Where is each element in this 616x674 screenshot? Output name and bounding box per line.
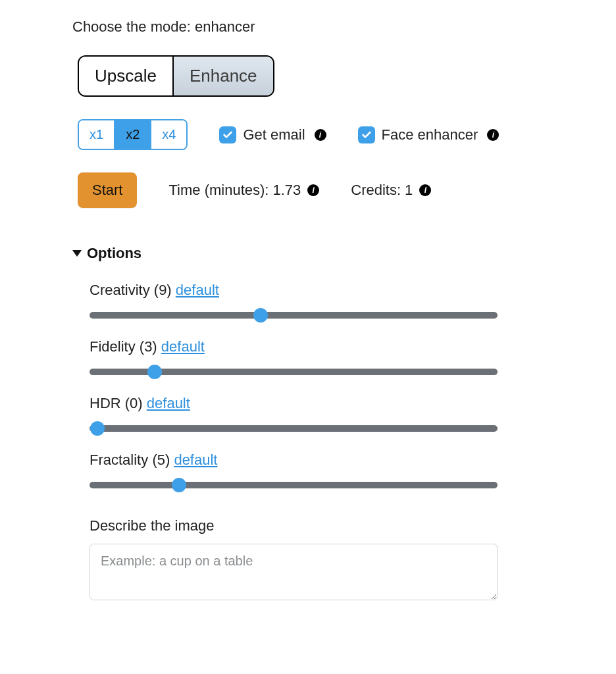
start-button[interactable]: Start: [78, 172, 137, 208]
check-icon: [361, 130, 372, 140]
mode-enhance-button[interactable]: Enhance: [172, 57, 273, 95]
creativity-default-link[interactable]: default: [176, 282, 219, 298]
scale-x2-button[interactable]: x2: [114, 120, 150, 149]
creativity-slider[interactable]: [90, 312, 498, 319]
get-email-checkbox[interactable]: [219, 126, 236, 143]
creativity-label: Creativity (9): [90, 282, 176, 298]
fidelity-slider-thumb[interactable]: [147, 365, 162, 379]
caret-down-icon: [72, 250, 82, 257]
hdr-default-link[interactable]: default: [147, 395, 190, 411]
mode-segmented: Upscale Enhance: [78, 55, 274, 97]
fractality-slider-thumb[interactable]: [172, 478, 186, 492]
mode-upscale-button[interactable]: Upscale: [79, 57, 172, 95]
fidelity-group: Fidelity (3) default: [90, 338, 544, 375]
hdr-slider[interactable]: [90, 425, 498, 432]
credits-value: 1: [405, 182, 413, 199]
info-icon[interactable]: i: [315, 129, 326, 141]
scale-group: x1 x2 x4: [78, 119, 188, 150]
time-value: 1.73: [272, 182, 301, 199]
face-enhancer-label: Face enhancer: [382, 126, 478, 143]
face-enhancer-option: Face enhancer i: [358, 126, 500, 143]
face-enhancer-checkbox[interactable]: [358, 126, 375, 143]
get-email-option: Get email i: [219, 126, 326, 143]
fidelity-slider[interactable]: [90, 369, 498, 375]
scale-x1-button[interactable]: x1: [79, 120, 114, 149]
info-icon[interactable]: i: [487, 129, 499, 141]
fractality-default-link[interactable]: default: [174, 452, 217, 468]
fractality-label: Fractality (5): [90, 452, 174, 468]
info-icon[interactable]: i: [307, 184, 319, 196]
options-toggle[interactable]: Options: [72, 245, 544, 262]
hdr-label: HDR (0): [90, 395, 147, 411]
fractality-group: Fractality (5) default: [90, 452, 544, 488]
credits-stat: Credits: 1 i: [351, 182, 431, 199]
describe-textarea[interactable]: [90, 544, 498, 600]
creativity-group: Creativity (9) default: [90, 282, 544, 319]
time-stat: Time (minutes): 1.73 i: [168, 182, 319, 199]
mode-line: Choose the mode: enhancer: [72, 18, 544, 36]
fidelity-label: Fidelity (3): [90, 338, 161, 355]
time-prefix: Time (minutes):: [168, 182, 269, 199]
creativity-slider-thumb[interactable]: [253, 308, 268, 323]
credits-prefix: Credits:: [351, 182, 401, 199]
describe-label: Describe the image: [90, 517, 544, 534]
mode-current-text: enhancer: [195, 18, 255, 35]
info-icon[interactable]: i: [419, 184, 431, 196]
hdr-slider-thumb[interactable]: [90, 421, 105, 436]
fidelity-default-link[interactable]: default: [161, 338, 205, 355]
mode-label-prefix: Choose the mode:: [72, 18, 195, 35]
options-label: Options: [87, 245, 141, 262]
check-icon: [222, 130, 233, 140]
fractality-slider[interactable]: [90, 482, 498, 488]
hdr-group: HDR (0) default: [90, 395, 544, 432]
get-email-label: Get email: [243, 126, 305, 143]
scale-x4-button[interactable]: x4: [150, 120, 186, 149]
